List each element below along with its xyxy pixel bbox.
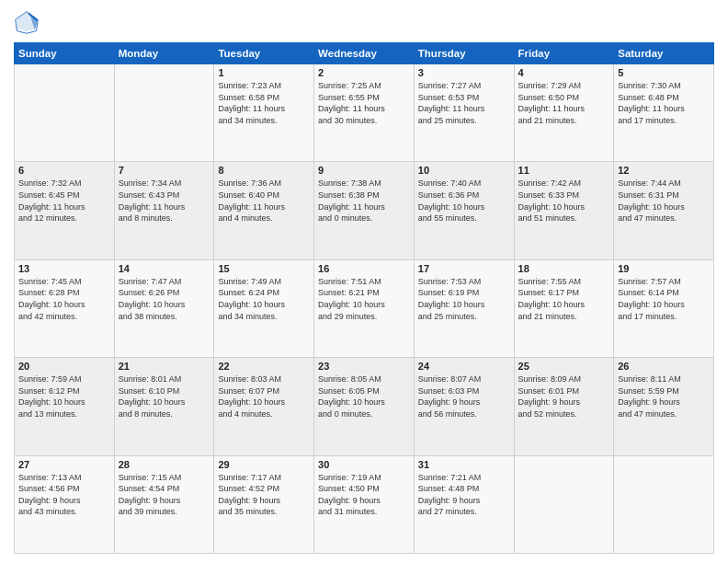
calendar-cell: 22Sunrise: 8:03 AM Sunset: 6:07 PM Dayli…: [214, 358, 314, 455]
day-number: 21: [119, 361, 210, 372]
calendar-cell: 18Sunrise: 7:55 AM Sunset: 6:17 PM Dayli…: [514, 259, 614, 357]
day-info: Sunrise: 8:09 AM Sunset: 6:01 PM Dayligh…: [518, 373, 610, 419]
calendar-cell: 5Sunrise: 7:30 AM Sunset: 6:48 PM Daylig…: [614, 64, 714, 162]
day-info: Sunrise: 7:27 AM Sunset: 6:53 PM Dayligh…: [418, 80, 510, 126]
calendar-cell: 21Sunrise: 8:01 AM Sunset: 6:10 PM Dayli…: [114, 358, 214, 455]
logo-icon: [14, 9, 40, 35]
day-number: 7: [119, 165, 210, 176]
calendar-cell: [15, 64, 115, 162]
calendar-cell: 14Sunrise: 7:47 AM Sunset: 6:26 PM Dayli…: [114, 259, 214, 357]
day-info: Sunrise: 7:59 AM Sunset: 6:12 PM Dayligh…: [18, 373, 110, 419]
day-number: 30: [318, 459, 410, 470]
day-number: 5: [618, 67, 710, 78]
day-info: Sunrise: 7:53 AM Sunset: 6:19 PM Dayligh…: [418, 276, 510, 322]
week-row-1: 6Sunrise: 7:32 AM Sunset: 6:45 PM Daylig…: [15, 162, 714, 259]
day-info: Sunrise: 7:42 AM Sunset: 6:33 PM Dayligh…: [518, 178, 610, 224]
calendar-cell: [514, 455, 614, 553]
calendar-body: 1Sunrise: 7:23 AM Sunset: 6:58 PM Daylig…: [15, 64, 714, 554]
calendar-cell: 12Sunrise: 7:44 AM Sunset: 6:31 PM Dayli…: [614, 162, 714, 259]
day-number: 17: [418, 263, 510, 274]
weekday-header-tuesday: Tuesday: [214, 43, 314, 64]
day-number: 19: [618, 263, 710, 274]
day-info: Sunrise: 7:30 AM Sunset: 6:48 PM Dayligh…: [618, 80, 710, 126]
day-info: Sunrise: 8:03 AM Sunset: 6:07 PM Dayligh…: [218, 373, 310, 419]
day-info: Sunrise: 7:32 AM Sunset: 6:45 PM Dayligh…: [18, 178, 110, 224]
day-number: 10: [418, 165, 510, 176]
calendar-cell: 6Sunrise: 7:32 AM Sunset: 6:45 PM Daylig…: [15, 162, 115, 259]
calendar-cell: 24Sunrise: 8:07 AM Sunset: 6:03 PM Dayli…: [414, 358, 514, 455]
day-info: Sunrise: 7:13 AM Sunset: 4:56 PM Dayligh…: [18, 472, 110, 518]
day-info: Sunrise: 8:01 AM Sunset: 6:10 PM Dayligh…: [119, 373, 210, 419]
day-info: Sunrise: 7:19 AM Sunset: 4:50 PM Dayligh…: [318, 472, 410, 518]
calendar-cell: 25Sunrise: 8:09 AM Sunset: 6:01 PM Dayli…: [514, 358, 614, 455]
day-info: Sunrise: 7:21 AM Sunset: 4:48 PM Dayligh…: [418, 472, 510, 518]
day-number: 2: [318, 67, 410, 78]
day-number: 3: [418, 67, 510, 78]
day-info: Sunrise: 8:11 AM Sunset: 5:59 PM Dayligh…: [618, 373, 710, 419]
calendar-cell: 26Sunrise: 8:11 AM Sunset: 5:59 PM Dayli…: [614, 358, 714, 455]
week-row-4: 27Sunrise: 7:13 AM Sunset: 4:56 PM Dayli…: [15, 455, 714, 553]
page: SundayMondayTuesdayWednesdayThursdayFrid…: [0, 0, 728, 563]
week-row-0: 1Sunrise: 7:23 AM Sunset: 6:58 PM Daylig…: [15, 64, 714, 162]
logo: [14, 9, 43, 35]
day-number: 6: [18, 165, 110, 176]
day-number: 31: [418, 459, 510, 470]
calendar-cell: 4Sunrise: 7:29 AM Sunset: 6:50 PM Daylig…: [514, 64, 614, 162]
day-number: 12: [618, 165, 710, 176]
day-number: 22: [218, 361, 310, 372]
weekday-header-monday: Monday: [114, 43, 214, 64]
day-number: 1: [218, 67, 310, 78]
day-info: Sunrise: 7:34 AM Sunset: 6:43 PM Dayligh…: [119, 178, 210, 224]
day-number: 23: [318, 361, 410, 372]
calendar-cell: 20Sunrise: 7:59 AM Sunset: 6:12 PM Dayli…: [15, 358, 115, 455]
weekday-header-wednesday: Wednesday: [314, 43, 415, 64]
day-info: Sunrise: 7:29 AM Sunset: 6:50 PM Dayligh…: [518, 80, 610, 126]
calendar-cell: 23Sunrise: 8:05 AM Sunset: 6:05 PM Dayli…: [314, 358, 415, 455]
day-number: 18: [518, 263, 610, 274]
day-number: 25: [518, 361, 610, 372]
calendar-cell: 7Sunrise: 7:34 AM Sunset: 6:43 PM Daylig…: [114, 162, 214, 259]
calendar-cell: 9Sunrise: 7:38 AM Sunset: 6:38 PM Daylig…: [314, 162, 415, 259]
day-info: Sunrise: 7:44 AM Sunset: 6:31 PM Dayligh…: [618, 178, 710, 224]
calendar-cell: [114, 64, 214, 162]
weekday-header-saturday: Saturday: [614, 43, 714, 64]
day-info: Sunrise: 8:07 AM Sunset: 6:03 PM Dayligh…: [418, 373, 510, 419]
day-info: Sunrise: 7:49 AM Sunset: 6:24 PM Dayligh…: [218, 276, 310, 322]
day-info: Sunrise: 7:23 AM Sunset: 6:58 PM Dayligh…: [218, 80, 310, 126]
calendar-cell: 13Sunrise: 7:45 AM Sunset: 6:28 PM Dayli…: [15, 259, 115, 357]
day-number: 9: [318, 165, 410, 176]
calendar-cell: 27Sunrise: 7:13 AM Sunset: 4:56 PM Dayli…: [15, 455, 115, 553]
calendar-cell: 17Sunrise: 7:53 AM Sunset: 6:19 PM Dayli…: [414, 259, 514, 357]
day-number: 26: [618, 361, 710, 372]
weekday-header-thursday: Thursday: [414, 43, 514, 64]
weekday-header-friday: Friday: [514, 43, 614, 64]
day-info: Sunrise: 7:40 AM Sunset: 6:36 PM Dayligh…: [418, 178, 510, 224]
day-number: 29: [218, 459, 310, 470]
day-info: Sunrise: 7:47 AM Sunset: 6:26 PM Dayligh…: [119, 276, 210, 322]
day-number: 15: [218, 263, 310, 274]
week-row-3: 20Sunrise: 7:59 AM Sunset: 6:12 PM Dayli…: [15, 358, 714, 455]
calendar-cell: 31Sunrise: 7:21 AM Sunset: 4:48 PM Dayli…: [414, 455, 514, 553]
calendar-cell: [614, 455, 714, 553]
day-number: 20: [18, 361, 110, 372]
calendar-cell: 10Sunrise: 7:40 AM Sunset: 6:36 PM Dayli…: [414, 162, 514, 259]
header: [14, 9, 714, 35]
calendar-header: SundayMondayTuesdayWednesdayThursdayFrid…: [15, 43, 714, 64]
calendar-cell: 28Sunrise: 7:15 AM Sunset: 4:54 PM Dayli…: [114, 455, 214, 553]
calendar: SundayMondayTuesdayWednesdayThursdayFrid…: [14, 42, 714, 554]
calendar-cell: 16Sunrise: 7:51 AM Sunset: 6:21 PM Dayli…: [314, 259, 415, 357]
day-info: Sunrise: 7:25 AM Sunset: 6:55 PM Dayligh…: [318, 80, 410, 126]
day-info: Sunrise: 7:51 AM Sunset: 6:21 PM Dayligh…: [318, 276, 410, 322]
calendar-cell: 3Sunrise: 7:27 AM Sunset: 6:53 PM Daylig…: [414, 64, 514, 162]
day-info: Sunrise: 7:36 AM Sunset: 6:40 PM Dayligh…: [218, 178, 310, 224]
day-number: 4: [518, 67, 610, 78]
calendar-cell: 2Sunrise: 7:25 AM Sunset: 6:55 PM Daylig…: [314, 64, 415, 162]
calendar-cell: 11Sunrise: 7:42 AM Sunset: 6:33 PM Dayli…: [514, 162, 614, 259]
day-info: Sunrise: 8:05 AM Sunset: 6:05 PM Dayligh…: [318, 373, 410, 419]
day-number: 14: [119, 263, 210, 274]
day-number: 24: [418, 361, 510, 372]
calendar-cell: 19Sunrise: 7:57 AM Sunset: 6:14 PM Dayli…: [614, 259, 714, 357]
day-number: 27: [18, 459, 110, 470]
calendar-cell: 29Sunrise: 7:17 AM Sunset: 4:52 PM Dayli…: [214, 455, 314, 553]
day-info: Sunrise: 7:55 AM Sunset: 6:17 PM Dayligh…: [518, 276, 610, 322]
